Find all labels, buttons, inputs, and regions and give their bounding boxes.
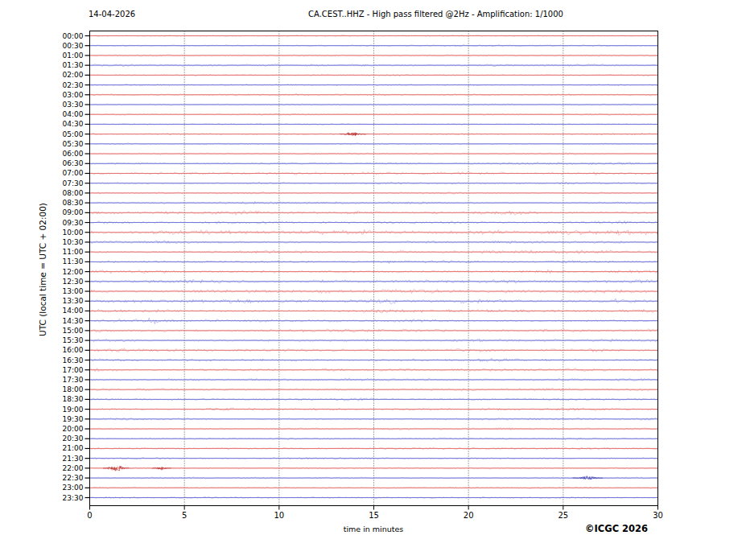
row-time-label: 10:00 <box>63 229 84 237</box>
helicorder-page: 14-04-2026 CA.CEST..HHZ - High pass filt… <box>0 0 746 560</box>
row-time-label: 16:00 <box>63 346 84 354</box>
row-time-label: 15:30 <box>63 336 84 344</box>
row-time-label: 15:00 <box>63 327 84 335</box>
row-time-label: 19:30 <box>63 415 84 423</box>
row-time-label: 10:30 <box>63 238 84 246</box>
row-time-label: 04:30 <box>63 120 84 128</box>
row-time-label: 09:30 <box>63 219 84 227</box>
x-tick-label: 20 <box>464 511 474 520</box>
row-time-label: 07:30 <box>63 179 84 187</box>
row-time-label: 12:00 <box>63 268 84 276</box>
seismogram-event-burst <box>340 133 366 136</box>
row-time-label: 05:00 <box>63 130 84 138</box>
row-time-label: 00:30 <box>63 42 84 50</box>
row-time-label: 02:30 <box>63 81 84 89</box>
row-time-label: 01:30 <box>63 61 84 69</box>
seismogram-plot: 00:0000:3001:0001:3002:0002:3003:0003:30… <box>0 0 746 560</box>
row-time-label: 05:30 <box>63 140 84 148</box>
row-time-label: 11:30 <box>63 257 84 266</box>
x-tick-label: 15 <box>369 511 379 520</box>
row-time-label: 23:00 <box>63 484 84 492</box>
x-tick-label: 30 <box>653 511 663 520</box>
row-time-label: 17:30 <box>63 376 84 384</box>
row-time-label: 14:00 <box>63 307 84 315</box>
row-time-label: 17:00 <box>63 366 84 374</box>
row-time-label: 09:00 <box>63 208 84 216</box>
row-time-label: 04:00 <box>63 110 84 118</box>
x-tick-label: 0 <box>87 511 92 520</box>
row-time-label: 14:30 <box>63 317 84 325</box>
row-time-label: 19:00 <box>63 406 84 414</box>
row-time-label: 22:30 <box>63 474 84 482</box>
row-time-label: 08:30 <box>63 199 84 207</box>
x-tick-label: 25 <box>558 511 568 520</box>
row-time-label: 18:00 <box>63 385 84 393</box>
x-tick-label: 5 <box>182 511 187 520</box>
row-time-label: 06:00 <box>63 150 84 158</box>
row-time-label: 20:00 <box>63 425 84 433</box>
row-time-label: 07:00 <box>63 169 84 177</box>
row-time-label: 03:30 <box>63 101 84 109</box>
row-time-label: 13:00 <box>63 287 84 295</box>
row-time-label: 13:30 <box>63 297 84 305</box>
row-time-label: 01:00 <box>63 51 84 60</box>
row-time-label: 18:30 <box>63 395 84 403</box>
row-time-label: 00:00 <box>63 32 84 40</box>
row-time-label: 11:00 <box>63 248 84 256</box>
copyright-label: ©ICGC 2026 <box>585 523 648 534</box>
row-time-label: 03:00 <box>63 91 84 99</box>
x-tick-label: 10 <box>274 511 284 520</box>
row-time-label: 21:30 <box>63 455 84 463</box>
row-time-label: 16:30 <box>63 356 84 364</box>
row-time-label: 23:30 <box>63 494 84 502</box>
row-time-label: 08:00 <box>63 189 84 197</box>
row-time-label: 06:30 <box>63 159 84 167</box>
row-time-label: 21:00 <box>63 444 84 452</box>
x-axis-label: time in minutes <box>344 525 404 533</box>
row-time-label: 02:00 <box>63 71 84 79</box>
row-time-label: 22:00 <box>63 464 84 472</box>
row-time-label: 20:30 <box>63 434 84 443</box>
row-time-label: 12:30 <box>63 278 84 286</box>
